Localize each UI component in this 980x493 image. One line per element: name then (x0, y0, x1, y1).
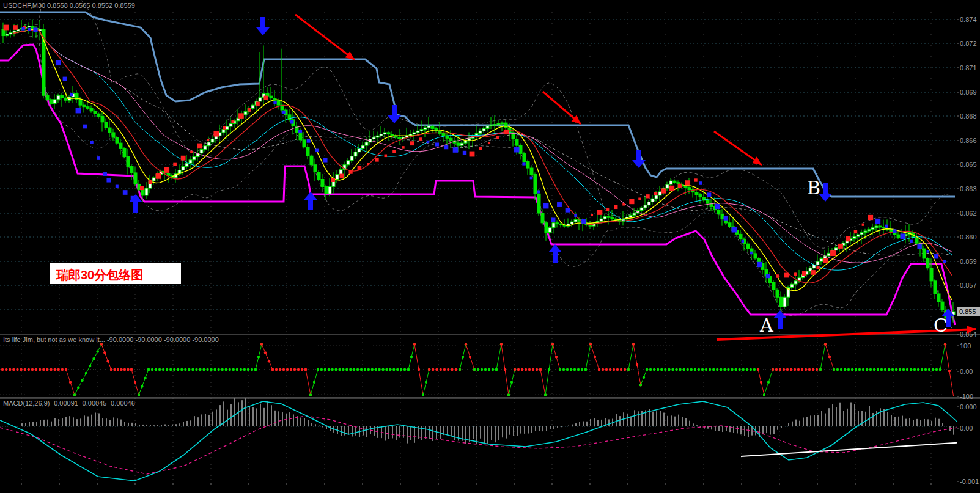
chart-title: USDCHF,M30 0.8558 0.8565 0.8552 0.8559 (3, 2, 135, 9)
buy-arrow-object[interactable] (548, 244, 562, 263)
chart-canvas[interactable]: 0.8740.8720.8710.8690.8680.8660.8650.863… (0, 0, 980, 493)
red-trend-dot (238, 113, 244, 119)
blue-trend-dot (750, 252, 753, 255)
blue-trend-dot (566, 208, 570, 212)
red-trend-dot (197, 144, 202, 149)
red-trend-dot (591, 214, 593, 216)
signal-arrow-objects[interactable] (129, 17, 955, 329)
red-trend-dot (862, 224, 864, 226)
red-trend-dot (470, 152, 475, 157)
red-trend-dot (156, 173, 161, 179)
blue-trend-dot (63, 77, 67, 81)
red-trend-dot (614, 205, 617, 209)
axis-label: -100 (960, 393, 973, 400)
red-trend-dot (794, 272, 797, 276)
grid (0, 9, 957, 481)
red-trend-dot (622, 203, 625, 205)
red-trend-dot (479, 147, 482, 150)
red-trend-dot (868, 215, 873, 220)
blue-trend-dot (530, 177, 533, 180)
red-trend-dot (223, 126, 226, 130)
axis-label: 0.865 (960, 161, 977, 168)
sell-arrow-object[interactable] (819, 183, 832, 202)
blue-trend-dot (910, 240, 913, 243)
red-trend-dot (367, 163, 369, 165)
white-trendline-object[interactable] (741, 442, 973, 456)
red-trend-dot (231, 120, 234, 123)
blue-trend-dot (33, 27, 37, 32)
red-trend-dot (629, 199, 634, 204)
blue-trend-dot (581, 219, 586, 224)
red-trend-dot (784, 273, 789, 278)
red-trend-dot (181, 156, 186, 161)
axis-label: 0.000 (960, 403, 977, 411)
blue-trend-dot (83, 125, 87, 129)
red-trend-dot (149, 180, 152, 184)
blue-trend-dot (757, 262, 762, 267)
text-label-object-C[interactable]: C (934, 315, 948, 336)
red-trend-dot (213, 131, 219, 137)
blue-trend-dot (557, 202, 562, 207)
red-trend-dot (654, 192, 657, 195)
red-trend-dot (694, 178, 697, 181)
sell-arrow-object[interactable] (256, 17, 270, 35)
blue-trend-dot (943, 260, 946, 263)
axis-label: 0.868 (960, 112, 977, 120)
axes[interactable]: 0.8740.8720.8710.8690.8680.8660.8650.863… (0, 0, 980, 485)
blue-trend-dot (103, 172, 107, 176)
blue-trend-dot (298, 130, 302, 133)
red-trend-dot (331, 178, 335, 182)
red-trend-dot (802, 271, 806, 276)
blue-trend-dot (97, 156, 100, 160)
blue-trend-dot (323, 158, 327, 162)
text-label-object-B[interactable]: B (807, 177, 820, 199)
red-trend-dot (496, 136, 499, 139)
red-trend-dot (375, 158, 378, 161)
trend-dot-squares (4, 25, 946, 279)
red-trend-dot (13, 25, 18, 30)
blue-trend-dot (522, 162, 525, 165)
red-trend-dot (823, 258, 828, 263)
red-trend-dot (678, 184, 682, 188)
axis-label: 0.00 (960, 425, 973, 432)
red-trend-dot (392, 150, 396, 153)
annotation-label-box[interactable]: 瑞郎30分包络图 (50, 263, 181, 284)
red-trend-dot (419, 137, 422, 141)
red-trend-dot (140, 186, 144, 190)
buy-arrow-object[interactable] (773, 310, 787, 329)
red-trend-dot (504, 130, 509, 134)
blue-trend-dot (537, 190, 540, 193)
red-trend-dot (638, 198, 641, 200)
blue-trend-dot (427, 141, 429, 143)
red-trend-dot (385, 155, 388, 158)
blue-trend-dot (70, 93, 73, 97)
red-trend-dot (410, 141, 414, 145)
text-label-object-A[interactable]: A (759, 315, 773, 336)
blue-trend-dot (123, 190, 128, 195)
blue-trend-dot (707, 192, 711, 197)
sell-arrow-object[interactable] (388, 105, 401, 123)
red-trend-dot (811, 270, 816, 275)
red-trend-dot (669, 186, 674, 191)
drawn-annotations[interactable]: ABC (295, 15, 976, 340)
axis-label: 0.874 (960, 16, 977, 23)
blue-trend-dot (543, 203, 549, 209)
red-trend-dot (358, 166, 362, 170)
oscillator-panel[interactable] (0, 343, 957, 399)
blue-trend-dot (715, 204, 720, 209)
red-trend-dot (248, 108, 251, 112)
blue-trend-dot (282, 111, 286, 114)
red-trend-dot (776, 274, 779, 277)
axis-label: 0.862 (960, 210, 977, 217)
red-trend-dot (597, 210, 602, 214)
blue-trend-dot (290, 120, 293, 123)
blue-trend-dot (917, 244, 921, 249)
label-box-text: 瑞郎30分包络图 (56, 268, 143, 282)
blue-trend-dot (901, 233, 906, 239)
axis-label: -0.001 (960, 478, 979, 485)
red-trend-dot (402, 146, 405, 149)
macd-panel[interactable] (0, 398, 973, 481)
red-trend-dot (190, 151, 193, 153)
red-trend-dot (854, 230, 857, 233)
red-trend-dot (264, 96, 268, 100)
